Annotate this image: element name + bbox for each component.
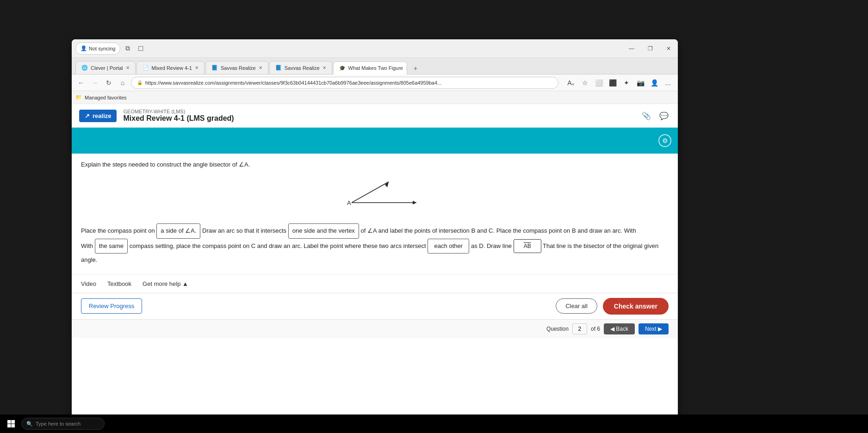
video-link[interactable]: Video bbox=[81, 280, 96, 287]
fill-box-1[interactable]: a side of ∠A. bbox=[156, 223, 200, 239]
check-answer-button[interactable]: Check answer bbox=[603, 298, 669, 315]
tab-label: Savvas Realize bbox=[285, 65, 320, 71]
header-info: GEOMETRY-WHITE (LMS) Mixed Review 4-1 (L… bbox=[123, 109, 633, 123]
question-nav: Question 2 of 6 ◀ Back Next ▶ bbox=[72, 319, 678, 338]
help-bar: Video Textbook Get more help ▲ bbox=[72, 274, 678, 293]
banner-settings-icon[interactable]: ⚙ bbox=[658, 134, 671, 147]
tab-favicon: 📄 bbox=[143, 65, 149, 71]
favorites-label: Managed favorites bbox=[85, 95, 127, 100]
tab-bar: 🌐 Clever | Portal ✕ 📄 Mixed Review 4-1 ✕… bbox=[72, 58, 678, 74]
tab-savvas-1[interactable]: 📘 Savvas Realize ✕ bbox=[205, 61, 268, 74]
tab-favicon: 📘 bbox=[211, 65, 218, 71]
fill-in-text-block: Place the compass point on a side of ∠A.… bbox=[81, 223, 669, 267]
title-bar: 👤 Not syncing ⧉ ☐ — ❐ ✕ bbox=[72, 39, 678, 58]
tab-close-icon[interactable]: ✕ bbox=[406, 66, 407, 71]
tab-mixed-review[interactable]: 📄 Mixed Review 4-1 ✕ bbox=[136, 61, 205, 74]
tab-what-makes-active[interactable]: 🎓 What Makes Two Figure ✕ bbox=[333, 62, 407, 74]
home-button[interactable]: ⌂ bbox=[117, 77, 128, 88]
fill-box-4[interactable]: each other bbox=[428, 239, 469, 254]
lock-icon: 🔒 bbox=[137, 80, 143, 85]
fill-text-4: compass setting, place the compass point… bbox=[130, 242, 426, 249]
header-action-icons: 📎 💬 bbox=[640, 109, 670, 122]
tab-favicon: 🎓 bbox=[339, 65, 346, 71]
new-tab-button[interactable]: ☐ bbox=[135, 43, 146, 54]
angle-svg: A bbox=[324, 177, 426, 214]
question-number-box: 2 bbox=[572, 323, 587, 334]
not-syncing-button[interactable]: 👤 Not syncing bbox=[75, 43, 120, 55]
fill-box-5-ab[interactable]: AB bbox=[514, 239, 541, 253]
window-controls: — ❐ ✕ bbox=[622, 39, 678, 58]
favorites-star-button[interactable]: ☆ bbox=[579, 77, 591, 89]
address-text: https://www.savvasrealize.com/assignment… bbox=[145, 80, 552, 86]
textbook-link[interactable]: Textbook bbox=[107, 280, 131, 287]
svg-rect-5 bbox=[7, 420, 11, 424]
svg-rect-8 bbox=[12, 424, 15, 428]
svg-line-1 bbox=[352, 182, 389, 203]
review-progress-button[interactable]: Review Progress bbox=[81, 298, 142, 314]
minimize-button[interactable]: — bbox=[622, 39, 641, 58]
menu-button[interactable]: … bbox=[662, 77, 674, 89]
tab-close-icon[interactable]: ✕ bbox=[259, 65, 262, 70]
toolbar-icons: Aᵥ ☆ ⬜ ⬛ ✦ 📷 👤 … bbox=[565, 77, 674, 89]
attach-icon[interactable]: 📎 bbox=[640, 109, 653, 122]
tab-savvas-2[interactable]: 📘 Savvas Realize ✕ bbox=[269, 61, 332, 74]
tab-label: What Makes Two Figure bbox=[348, 65, 403, 71]
start-button[interactable] bbox=[4, 416, 19, 431]
forward-nav-button[interactable]: → bbox=[89, 77, 100, 88]
angle-diagram: A bbox=[81, 177, 669, 214]
tab-close-icon[interactable]: ✕ bbox=[195, 65, 198, 70]
fill-text-3: of ∠A and label the points of intersecti… bbox=[361, 227, 636, 234]
not-syncing-label: Not syncing bbox=[89, 46, 115, 51]
split-screen-button[interactable]: ⬛ bbox=[607, 77, 619, 89]
tab-favicon: 📘 bbox=[275, 65, 282, 71]
svg-text:A: A bbox=[347, 199, 351, 206]
next-button[interactable]: Next ▶ bbox=[639, 323, 669, 334]
address-bar[interactable]: 🔒 https://www.savvasrealize.com/assignme… bbox=[131, 77, 558, 89]
refresh-button[interactable]: ↻ bbox=[103, 77, 114, 88]
tab-close-icon[interactable]: ✕ bbox=[126, 65, 130, 70]
fill-box-2[interactable]: one side and the vertex bbox=[288, 223, 359, 239]
camera-button[interactable]: 📷 bbox=[634, 77, 646, 89]
question-total-label: of 6 bbox=[591, 326, 600, 332]
savvas-logo-button[interactable]: ↗ realize bbox=[79, 110, 117, 122]
fill-text-1: Place the compass point on bbox=[81, 227, 155, 234]
tab-clever-portal[interactable]: 🌐 Clever | Portal ✕ bbox=[75, 61, 136, 74]
duplicate-tab-button[interactable]: ⧉ bbox=[122, 43, 133, 54]
new-tab-plus-button[interactable]: ＋ bbox=[410, 63, 421, 74]
taskbar: 🔍 Type here to search bbox=[0, 414, 868, 433]
windows-logo-icon bbox=[7, 420, 15, 428]
savvas-header: ↗ realize GEOMETRY-WHITE (LMS) Mixed Rev… bbox=[72, 104, 678, 128]
reader-mode-button[interactable]: Aᵥ bbox=[565, 77, 577, 89]
tab-label: Mixed Review 4-1 bbox=[152, 65, 192, 71]
question-area: Explain the steps needed to construct th… bbox=[72, 154, 678, 274]
fill-text-2: Draw an arc so that it intersects bbox=[202, 227, 286, 234]
restore-button[interactable]: ❐ bbox=[641, 39, 659, 58]
tab-label: Savvas Realize bbox=[221, 65, 256, 71]
action-bar: Review Progress Clear all Check answer bbox=[72, 293, 678, 319]
extensions-button[interactable]: ⬜ bbox=[593, 77, 605, 89]
comment-icon[interactable]: 💬 bbox=[657, 109, 670, 122]
svg-marker-2 bbox=[413, 201, 416, 204]
folder-icon: 📁 bbox=[75, 94, 82, 100]
external-link-icon: ↗ bbox=[85, 112, 90, 119]
back-nav-button[interactable]: ← bbox=[75, 77, 87, 88]
tab-close-icon[interactable]: ✕ bbox=[322, 65, 326, 70]
teal-banner: ⚙ bbox=[72, 128, 678, 154]
svg-rect-7 bbox=[7, 424, 11, 428]
get-more-help-link[interactable]: Get more help ▲ bbox=[143, 280, 188, 287]
svg-rect-6 bbox=[12, 420, 15, 424]
tab-label: Clever | Portal bbox=[91, 65, 123, 71]
favorites-bar: 📁 Managed favorites bbox=[72, 91, 678, 104]
copilot-button[interactable]: ✦ bbox=[620, 77, 632, 89]
page-content: ↗ realize GEOMETRY-WHITE (LMS) Mixed Rev… bbox=[72, 104, 678, 419]
clear-all-button[interactable]: Clear all bbox=[556, 298, 597, 314]
course-label: GEOMETRY-WHITE (LMS) bbox=[123, 109, 633, 114]
profile-button[interactable]: 👤 bbox=[648, 77, 660, 89]
back-button[interactable]: ◀ Back bbox=[604, 323, 635, 334]
question-nav-label: Question bbox=[546, 326, 569, 332]
taskbar-search-box[interactable]: 🔍 Type here to search bbox=[21, 418, 105, 430]
with-label: With bbox=[81, 242, 95, 249]
close-button[interactable]: ✕ bbox=[659, 39, 678, 58]
tab-favicon: 🌐 bbox=[81, 65, 88, 71]
fill-box-3[interactable]: the same bbox=[95, 239, 128, 254]
